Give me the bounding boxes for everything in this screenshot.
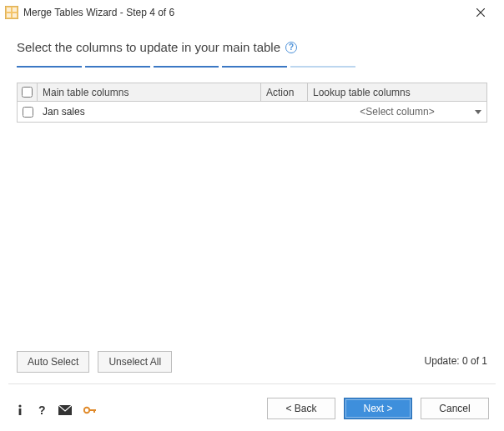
next-button[interactable]: Next > [344,398,412,419]
header-main[interactable]: Main table columns [38,83,261,101]
footer-separator [8,383,496,384]
heading-text: Select the columns to update in your mai… [17,40,280,54]
window-title: Merge Tables Wizard - Step 4 of 6 [23,7,464,18]
svg-point-12 [84,408,89,413]
step-progress [17,66,487,68]
row-action[interactable] [261,102,308,122]
step-seg-5 [290,66,355,68]
step-seg-2 [85,66,150,68]
row-check-cell[interactable] [18,102,38,122]
close-button[interactable] [464,1,497,24]
svg-rect-3 [7,13,11,18]
auto-select-button[interactable]: Auto Select [17,351,89,373]
svg-text:?: ? [38,404,46,416]
table-row: Jan sales <Select column> [18,102,486,122]
svg-rect-1 [7,8,11,12]
unselect-all-button[interactable]: Unselect All [98,351,172,373]
svg-rect-4 [13,13,17,18]
header-check-cell[interactable] [18,83,38,101]
step-seg-3 [154,66,219,68]
cancel-button[interactable]: Cancel [421,398,489,419]
header-action[interactable]: Action [261,83,308,101]
update-status: Update: 0 of 1 [425,355,487,367]
row-lookup-dropdown[interactable]: <Select column> [308,102,486,122]
columns-grid: Main table columns Action Lookup table c… [17,83,487,123]
question-icon[interactable]: ? [37,404,47,416]
help-icon[interactable]: ? [285,42,297,53]
page-heading: Select the columns to update in your mai… [17,40,487,54]
svg-rect-2 [13,8,17,12]
mail-icon[interactable] [58,405,72,415]
step-seg-4 [222,66,287,68]
chevron-down-icon [475,106,481,118]
row-main[interactable]: Jan sales [38,102,261,122]
titlebar: Merge Tables Wizard - Step 4 of 6 [0,0,504,25]
select-all-checkbox[interactable] [22,87,33,98]
back-button[interactable]: < Back [267,398,335,419]
info-icon[interactable] [15,404,25,416]
step-seg-1 [17,66,82,68]
row-checkbox[interactable] [23,107,33,118]
svg-point-8 [18,404,21,407]
header-lookup[interactable]: Lookup table columns [308,83,486,101]
app-icon [5,6,18,19]
grid-header: Main table columns Action Lookup table c… [18,83,486,102]
row-lookup-value: <Select column> [360,106,434,118]
svg-rect-9 [19,408,22,415]
svg-rect-14 [93,409,95,413]
key-icon[interactable] [83,405,97,415]
svg-marker-7 [475,110,481,114]
